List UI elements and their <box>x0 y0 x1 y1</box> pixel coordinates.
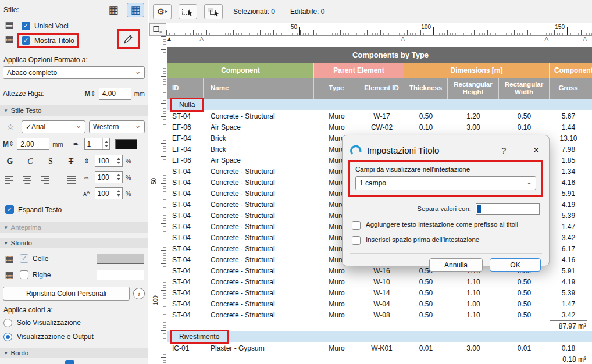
table-cell[interactable]: 0.50 <box>404 110 448 122</box>
table-row[interactable]: EF-06Air SpaceMuroCW-020.103.000.101.44 <box>167 122 592 133</box>
table-cell[interactable]: 1.85 <box>550 155 587 166</box>
column-header-rect-height[interactable]: Rectangular Height <box>448 78 499 99</box>
stepper-down-icon[interactable] <box>117 178 120 180</box>
table-row[interactable]: IC-01Plaster - GypsumMuroW-K010.013.000.… <box>167 342 592 354</box>
group-header-row[interactable]: Rivestimento <box>167 331 592 342</box>
table-cell[interactable]: Air Space <box>204 122 314 133</box>
favorite-style-button[interactable]: ☆ <box>3 120 18 133</box>
column-header-thickness[interactable]: Thickness <box>404 78 448 99</box>
mostra-titolo-checkbox[interactable]: ✓ Mostra Titolo <box>20 35 76 45</box>
column-marker-icon[interactable]: ▲ <box>166 36 172 42</box>
select-matching-button[interactable] <box>204 4 223 19</box>
table-cell[interactable]: Muro <box>314 276 359 287</box>
select-elements-button[interactable] <box>179 4 197 19</box>
table-cell[interactable]: ST-04 <box>167 221 204 232</box>
table-cell[interactable]: Concrete - Structural <box>204 287 314 298</box>
table-cell[interactable]: 4.16 <box>550 254 587 265</box>
table-cell[interactable]: Concrete - Structural <box>204 243 314 254</box>
table-cell[interactable]: CW-02 <box>359 122 404 133</box>
section-bordo[interactable]: ▾ Bordo <box>0 348 148 358</box>
table-cell[interactable]: 5.67 <box>550 110 587 122</box>
column-group-component-2[interactable]: Component <box>550 63 592 78</box>
table-cell[interactable]: ST-04 <box>167 188 204 199</box>
edit-title-button[interactable] <box>120 31 137 47</box>
table-row[interactable]: ST-04Concrete - StructuralMuroW-100.501.… <box>167 276 592 287</box>
table-cell[interactable]: ST-04 <box>167 276 204 287</box>
table-cell[interactable]: 1.44 <box>550 122 587 133</box>
table-cell[interactable]: Concrete - Structural <box>204 177 314 188</box>
table-view-button[interactable]: ▦ <box>105 3 122 17</box>
table-cell[interactable]: 1.47 <box>550 221 587 232</box>
table-cell[interactable]: Air Space <box>204 155 314 166</box>
righe-checkbox[interactable]: Righe <box>20 270 51 279</box>
table-cell[interactable]: Concrete - Structural <box>204 199 314 210</box>
stepper-down-icon[interactable] <box>117 162 120 164</box>
table-cell[interactable]: 5.91 <box>550 188 587 199</box>
table-cell[interactable]: IC-01 <box>167 342 204 354</box>
font-color-swatch[interactable] <box>115 139 137 149</box>
stepper-up-icon[interactable] <box>117 158 120 160</box>
table-cell[interactable]: ST-04 <box>167 199 204 210</box>
table-cell[interactable]: EF-04 <box>167 144 204 155</box>
table-cell[interactable]: 3.00 <box>448 122 499 133</box>
table-cell[interactable]: 0.10 <box>404 122 448 133</box>
table-cell[interactable]: W-04 <box>359 298 404 309</box>
stepper-up-icon[interactable] <box>105 141 108 143</box>
table-cell[interactable]: 0.50 <box>499 309 550 320</box>
cancel-button[interactable]: Annulla <box>429 258 483 272</box>
espandi-testo-checkbox[interactable]: ✓ Espandi Testo <box>3 205 63 215</box>
table-cell[interactable]: 4.19 <box>550 276 587 287</box>
table-cell[interactable]: Plaster - Gypsum <box>204 342 314 354</box>
table-cell[interactable]: ST-04 <box>167 166 204 177</box>
stepper-down-icon[interactable] <box>117 194 120 197</box>
table-cell[interactable]: W-17 <box>359 110 404 122</box>
column-header-rect-width[interactable]: Rectangular Width <box>499 78 550 99</box>
table-cell[interactable]: Concrete - Structural <box>204 232 314 243</box>
column-header-id[interactable]: ID <box>167 78 204 99</box>
fields-dropdown[interactable]: 1 campo ⌄ <box>355 176 536 190</box>
row-height-input[interactable]: 4.00 <box>99 88 131 100</box>
pen-stepper[interactable]: 1 <box>84 138 110 150</box>
table-cell[interactable]: 4.16 <box>550 177 587 188</box>
table-cell[interactable]: Concrete - Structural <box>204 309 314 320</box>
align-left-button[interactable] <box>3 174 16 184</box>
table-row[interactable]: ST-04Concrete - StructuralMuroW-140.501.… <box>167 287 592 298</box>
char-spacing-stepper[interactable]: 100 <box>95 187 123 199</box>
table-cell[interactable]: Concrete - Structural <box>204 298 314 309</box>
table-cell[interactable]: 3.42 <box>550 309 587 320</box>
table-cell[interactable]: Concrete - Structural <box>204 221 314 232</box>
table-cell[interactable]: 1.10 <box>448 287 499 298</box>
column-header-gross[interactable]: Gross <box>550 78 587 99</box>
column-header-type[interactable]: Type <box>314 78 359 99</box>
table-cell[interactable]: 13.10 <box>550 133 587 144</box>
info-button[interactable]: i <box>133 288 145 299</box>
table-cell[interactable]: Muro <box>314 309 359 320</box>
section-sfondo[interactable]: ▾ Sfondo <box>0 238 148 248</box>
table-cell[interactable]: Muro <box>314 110 359 122</box>
table-cell[interactable]: 1.00 <box>448 298 499 309</box>
table-cell[interactable]: ST-04 <box>167 298 204 309</box>
bold-button[interactable]: G <box>3 155 17 169</box>
help-button[interactable]: ? <box>501 145 506 155</box>
table-cell[interactable]: W-08 <box>359 309 404 320</box>
table-cell[interactable]: ST-04 <box>167 265 204 276</box>
column-marker-icon[interactable]: △ <box>199 36 204 42</box>
celle-checkbox[interactable]: ✓ Celle <box>20 254 48 263</box>
table-origin-button[interactable] <box>149 23 166 36</box>
table-cell[interactable]: 0.50 <box>499 287 550 298</box>
table-cell[interactable]: 0.01 <box>404 342 448 354</box>
table-cell[interactable]: EF-06 <box>167 122 204 133</box>
column-marker-icon[interactable]: △ <box>544 36 549 42</box>
italic-button[interactable]: C <box>23 155 37 169</box>
table-cell[interactable]: 0.10 <box>499 122 550 133</box>
stepper-up-icon[interactable] <box>117 190 120 192</box>
table-cell[interactable]: 1.10 <box>448 276 499 287</box>
align-center-button[interactable] <box>21 174 34 184</box>
table-cell[interactable]: 5.39 <box>550 210 587 221</box>
vertical-ruler[interactable]: 50 100 <box>149 36 166 364</box>
table-cell[interactable]: ST-04 <box>167 309 204 320</box>
prefix-checkbox[interactable]: Aggiungere testo intestazione come prefi… <box>352 221 540 230</box>
column-marker-icon[interactable]: △ <box>583 36 587 42</box>
settings-button[interactable]: ⚙ ▸ <box>153 4 172 19</box>
column-group-parent-element[interactable]: Parent Element <box>314 63 404 78</box>
